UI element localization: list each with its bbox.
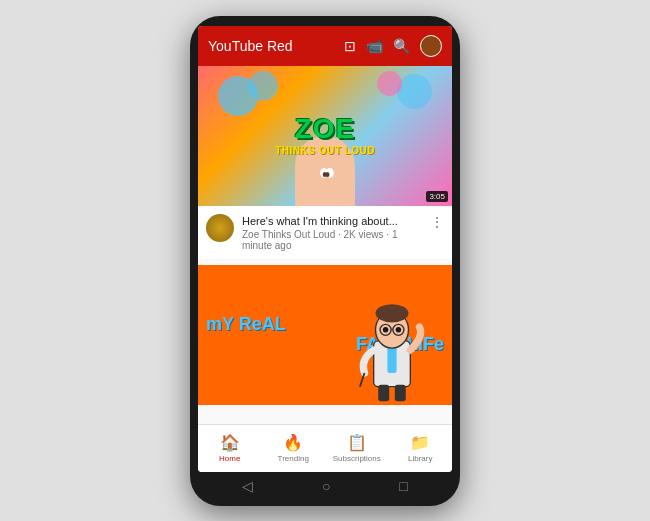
video-duration: 3:05 <box>426 191 448 202</box>
mrfl-line1: mY ReAL <box>206 315 286 335</box>
more-options-icon[interactable]: ⋮ <box>430 214 444 230</box>
video-card: ZOE THINKS OUT LOUD 3:05 Here's what I'm… <box>198 66 452 259</box>
trending-label: Trending <box>278 454 309 463</box>
home-icon: 🏠 <box>220 433 240 452</box>
video-thumbnail-zoe[interactable]: ZOE THINKS OUT LOUD 3:05 <box>198 66 452 206</box>
svg-point-3 <box>376 304 409 322</box>
content-area: ZOE THINKS OUT LOUD 3:05 Here's what I'm… <box>198 66 452 424</box>
video-meta: Here's what I'm thinking about... Zoe Th… <box>242 214 422 251</box>
cast-icon[interactable]: ⊡ <box>344 38 356 54</box>
home-hw-button[interactable]: ○ <box>322 478 330 494</box>
channel-name: Zoe Thinks Out Loud <box>242 229 335 240</box>
view-count: · 2K views <box>338 229 384 240</box>
video-thumbnail-mrfl[interactable]: mY ReAL FAKe LiFe <box>198 265 452 405</box>
svg-rect-1 <box>387 345 396 373</box>
svg-rect-10 <box>378 385 389 402</box>
recents-button[interactable]: □ <box>399 478 407 494</box>
video-info-row: Here's what I'm thinking about... Zoe Th… <box>198 206 452 259</box>
video-icon[interactable]: 📹 <box>366 38 383 54</box>
back-button[interactable]: ◁ <box>242 478 253 494</box>
top-bar-icons: ⊡ 📹 🔍 <box>344 35 442 57</box>
zoe-sub-text: THINKS OUT LOUD <box>275 145 375 156</box>
top-bar: YouTube Red ⊡ 📹 🔍 <box>198 26 452 66</box>
phone-screen: YouTube Red ⊡ 📹 🔍 <box>198 26 452 472</box>
svg-point-7 <box>383 327 389 333</box>
phone-bottom-bar: ◁ ○ □ <box>198 472 452 496</box>
svg-point-8 <box>396 327 402 333</box>
nav-trending[interactable]: 🔥 Trending <box>262 425 326 472</box>
video-card-2: mY ReAL FAKe LiFe <box>198 265 452 405</box>
nav-subscriptions[interactable]: 📋 Subscriptions <box>325 425 389 472</box>
avatar[interactable] <box>420 35 442 57</box>
svg-rect-11 <box>395 385 406 402</box>
phone-outer: YouTube Red ⊡ 📹 🔍 <box>190 16 460 506</box>
library-label: Library <box>408 454 432 463</box>
app-title: YouTube Red <box>208 38 344 54</box>
channel-avatar[interactable] <box>206 214 234 242</box>
bottom-nav: 🏠 Home 🔥 Trending 📋 Subscriptions 📁 Libr… <box>198 424 452 472</box>
search-icon[interactable]: 🔍 <box>393 38 410 54</box>
comic-man-icon <box>352 295 432 405</box>
video-sub: Zoe Thinks Out Loud · 2K views · 1 minut… <box>242 229 422 251</box>
trending-icon: 🔥 <box>283 433 303 452</box>
zoe-big-text: ZOE <box>275 115 375 143</box>
subscriptions-label: Subscriptions <box>333 454 381 463</box>
home-label: Home <box>219 454 240 463</box>
video-title[interactable]: Here's what I'm thinking about... <box>242 214 422 228</box>
nav-library[interactable]: 📁 Library <box>389 425 453 472</box>
library-icon: 📁 <box>410 433 430 452</box>
subscriptions-icon: 📋 <box>347 433 367 452</box>
nav-home[interactable]: 🏠 Home <box>198 425 262 472</box>
